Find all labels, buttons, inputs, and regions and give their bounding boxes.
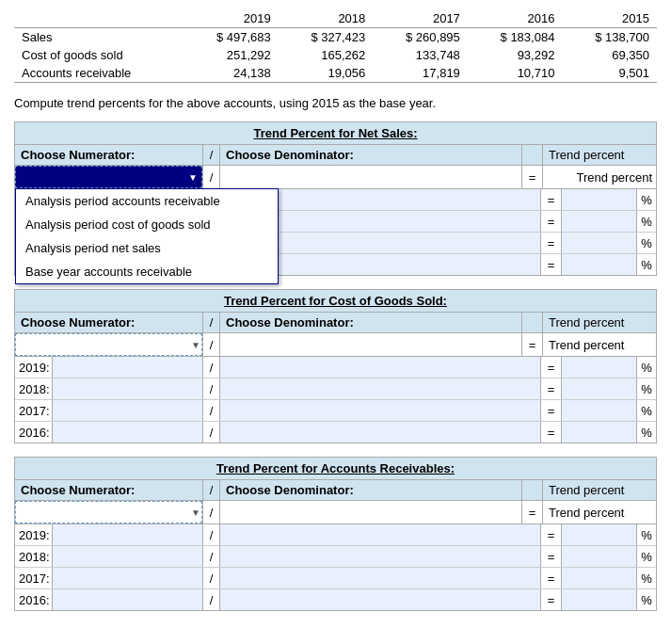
cogs-numerator-select[interactable]	[15, 333, 202, 356]
cogs-numerator-2018[interactable]	[53, 378, 202, 399]
cogs-result-2019[interactable]	[562, 357, 637, 378]
denominator-input[interactable]	[220, 166, 521, 188]
cogs-num-2018[interactable]	[53, 378, 203, 399]
cogs-den-2018[interactable]	[220, 378, 541, 399]
cogs-2017: 133,748	[373, 46, 468, 64]
ar-num-2019[interactable]	[53, 524, 203, 545]
ar-result-2019[interactable]	[562, 524, 637, 545]
ar-numerator-select[interactable]	[15, 501, 202, 523]
result-value-2017[interactable]	[562, 233, 636, 253]
ar-numerator-2019[interactable]	[53, 524, 202, 545]
ar-num-2016[interactable]	[53, 589, 203, 610]
cogs-den-2019[interactable]	[220, 357, 541, 378]
cogs-numerator-dropdown[interactable]: ▼	[15, 333, 203, 356]
sales-2015: $ 138,700	[562, 28, 657, 47]
ar-equals-header	[522, 480, 543, 500]
dropdown-option-2[interactable]: Analysis period cost of goods sold	[16, 213, 278, 236]
numerator-selected-box[interactable]: ▼	[15, 166, 202, 188]
ar-denominator-2017[interactable]	[220, 568, 540, 588]
ar-denominator-2018[interactable]	[220, 546, 540, 567]
ar-result-val-2017[interactable]	[562, 568, 636, 588]
cogs-result-val-2017[interactable]	[562, 400, 636, 421]
result-value-2019[interactable]	[562, 189, 636, 210]
cogs-year-2019: 2019:	[15, 357, 53, 378]
result-2018[interactable]	[562, 211, 637, 232]
ar-num-2017[interactable]	[53, 568, 203, 588]
cogs-result-val-2016[interactable]	[562, 422, 636, 443]
cogs-numerator-2016[interactable]	[53, 422, 202, 443]
cogs-result-2016[interactable]	[562, 422, 637, 443]
slash-header: /	[203, 145, 220, 165]
cogs-trend-label: Trend percent	[543, 333, 656, 356]
ar-denominator-input[interactable]	[220, 501, 521, 523]
ar-result-val-2018[interactable]	[562, 546, 636, 567]
ar-result-val-2019[interactable]	[562, 524, 636, 545]
cogs-result-val-2019[interactable]	[562, 357, 636, 378]
ar-denominator-2016[interactable]	[220, 589, 540, 610]
cogs-num-2019[interactable]	[53, 357, 203, 378]
cogs-num-2016[interactable]	[53, 422, 203, 443]
cogs-numerator-2019[interactable]	[53, 357, 202, 378]
cogs-denominator-2016[interactable]	[220, 422, 540, 443]
dropdown-option-1[interactable]: Analysis period accounts receivable	[16, 189, 278, 213]
ar-2017: 17,819	[373, 64, 468, 83]
eq-2018: =	[541, 211, 562, 232]
ar-numerator-dropdown[interactable]: ▼	[15, 501, 203, 523]
ar-trend-label: Trend percent	[543, 501, 656, 523]
ar-den-2018[interactable]	[220, 546, 541, 567]
cogs-denominator-input[interactable]	[220, 333, 521, 356]
ar-numerator-2017[interactable]	[53, 568, 202, 588]
ar-denominator-field[interactable]	[220, 501, 522, 523]
ar-den-2017[interactable]	[220, 568, 541, 588]
ar-result-2018[interactable]	[562, 546, 637, 567]
sales-2019: $ 497,683	[184, 28, 279, 47]
result-value-2016[interactable]	[562, 254, 636, 275]
dropdown-option-3[interactable]: Analysis period net sales	[16, 236, 278, 260]
cogs-denominator-2019[interactable]	[220, 357, 540, 378]
cogs-den-2017[interactable]	[220, 400, 541, 421]
result-value-2018[interactable]	[562, 211, 636, 232]
row-label-sales: Sales	[14, 28, 184, 47]
numerator-dropdown-wrapper[interactable]: ▼ Analysis period accounts receivable An…	[15, 166, 203, 188]
ar-den-2016[interactable]	[220, 589, 541, 610]
cogs-slash: /	[203, 333, 220, 356]
numerator-dropdown-menu[interactable]: Analysis period accounts receivable Anal…	[15, 188, 279, 284]
ar-den-2019[interactable]	[220, 524, 541, 545]
ar-result-val-2016[interactable]	[562, 589, 636, 610]
ar-result-2016[interactable]	[562, 589, 637, 610]
col-header-2019: 2019	[184, 9, 279, 28]
numerator-selector-row[interactable]: ▼ Analysis period accounts receivable An…	[15, 166, 656, 189]
ar-year-row-2018: 2018: / = %	[15, 546, 656, 568]
cogs-num-2017[interactable]	[53, 400, 203, 421]
ar-numerator-2018[interactable]	[53, 546, 202, 567]
result-2017[interactable]	[562, 233, 637, 253]
ar-result-2017[interactable]	[562, 568, 637, 588]
cogs-denominator-2017[interactable]	[220, 400, 540, 421]
cogs-slash-header: /	[203, 313, 220, 332]
result-2016[interactable]	[562, 254, 637, 275]
cogs-year-2016: 2016:	[15, 422, 53, 443]
cogs-den-2016[interactable]	[220, 422, 541, 443]
cogs-result-2018[interactable]	[562, 378, 637, 399]
cogs-2019: 251,292	[184, 46, 279, 64]
denominator-field[interactable]	[220, 166, 522, 188]
col-header-2017: 2017	[373, 9, 468, 28]
ar-denominator-2019[interactable]	[220, 524, 540, 545]
ar-pct-2018: %	[637, 546, 656, 567]
ar-numerator-2016[interactable]	[53, 589, 202, 610]
cogs-denominator-2018[interactable]	[220, 378, 540, 399]
dropdown-option-4[interactable]: Base year accounts receivable	[16, 260, 278, 283]
cogs-numerator-row[interactable]: ▼ / = Trend percent	[15, 333, 656, 357]
cogs-numerator-2017[interactable]	[53, 400, 202, 421]
cogs-pct-2016: %	[637, 422, 656, 443]
ar-num-2018[interactable]	[53, 546, 203, 567]
cogs-trend-percent-header: Trend percent	[543, 313, 656, 332]
cogs-denominator-field[interactable]	[220, 333, 522, 356]
cogs-result-val-2018[interactable]	[562, 378, 636, 399]
result-2019[interactable]	[562, 189, 637, 210]
cogs-slash-2019: /	[203, 357, 220, 378]
ar-numerator-row[interactable]: ▼ / = Trend percent	[15, 501, 656, 524]
cogs-result-2017[interactable]	[562, 400, 637, 421]
ar-slash-2017: /	[203, 568, 220, 588]
slash-divider: /	[203, 166, 220, 188]
